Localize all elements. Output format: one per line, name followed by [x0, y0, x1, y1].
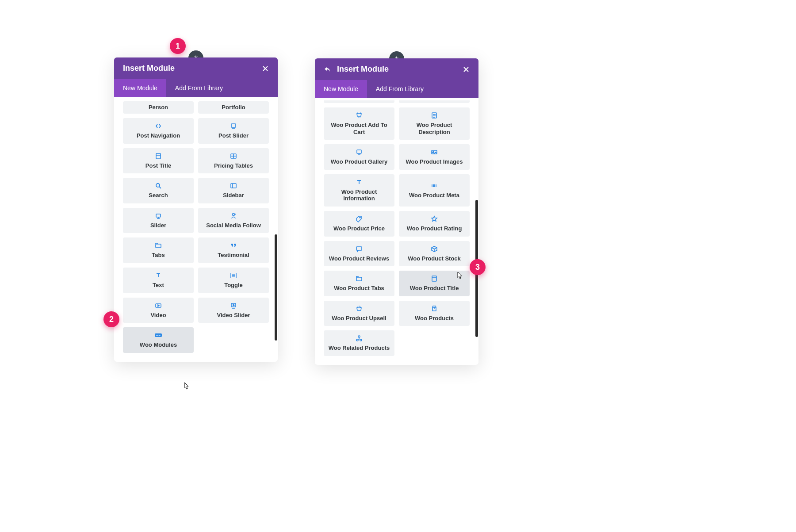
module-pricing-tables[interactable]: Pricing Tables	[198, 148, 269, 174]
module-post-title[interactable]: Post Title	[123, 148, 194, 174]
module-toggle[interactable]: Toggle	[198, 268, 269, 293]
insert-module-panel-left: Insert Module New Module Add From Librar…	[114, 57, 278, 362]
module-woo-product-add-to-cart[interactable]: Woo Product Add To Cart	[324, 107, 394, 140]
reviews-icon	[356, 245, 363, 253]
module-label: Woo Product Description	[402, 122, 467, 135]
price-icon	[356, 215, 363, 222]
panel-header: Insert Module New Module Add From Librar…	[114, 57, 278, 97]
module-woo-product-images[interactable]: Woo Product Images	[399, 144, 470, 170]
scrollbar[interactable]	[275, 234, 277, 341]
tab-new-module[interactable]: New Module	[114, 79, 166, 97]
module-label: Woo Products	[415, 315, 454, 322]
module-label: Person	[149, 104, 168, 111]
module-social-media-follow[interactable]: Social Media Follow	[198, 208, 269, 233]
module-portfolio[interactable]: Portfolio	[198, 101, 269, 114]
quote-icon	[230, 242, 237, 249]
tabs: New Module Add From Library	[114, 79, 278, 97]
module-woo-related-products[interactable]: Woo Related Products	[324, 330, 394, 356]
module-woo-product-title[interactable]: Woo Product Title	[399, 271, 470, 296]
products-icon	[431, 305, 438, 312]
module-label: Woo Product Add To Cart	[326, 122, 392, 135]
module-label: Woo Product Images	[406, 158, 463, 165]
module-post-slider[interactable]: Post Slider	[198, 118, 269, 144]
module-post-navigation[interactable]: Post Navigation	[123, 118, 194, 144]
module-text[interactable]: Text	[123, 268, 194, 293]
gallery-icon	[356, 149, 363, 156]
svg-point-3	[156, 184, 160, 187]
close-button[interactable]	[262, 65, 269, 72]
module-label: Woo Product Rating	[407, 225, 462, 232]
social-icon	[230, 212, 237, 219]
close-button[interactable]	[463, 66, 470, 73]
module-woo-product-gallery[interactable]: Woo Product Gallery	[324, 144, 394, 170]
svg-rect-0	[231, 124, 236, 127]
svg-rect-4	[231, 184, 236, 188]
rating-icon	[431, 215, 438, 222]
module-label: Testimonial	[218, 252, 249, 259]
module-woo-product-upsell[interactable]: Woo Product Upsell	[324, 301, 394, 326]
module-woo-product-tabs[interactable]: Woo Product Tabs	[324, 271, 394, 296]
video-slider-icon	[230, 302, 237, 309]
text-icon	[155, 272, 162, 279]
module-label: Woo Product Stock	[408, 255, 461, 262]
module-label: Woo Product Price	[333, 225, 385, 232]
module-woo-product-meta[interactable]: Woo Product Meta	[399, 174, 470, 207]
module-woo-product-description[interactable]: Woo Product Description	[399, 107, 470, 140]
module-label: Woo Related Products	[329, 344, 390, 352]
info-icon	[356, 179, 363, 186]
nav-icon	[155, 122, 162, 130]
module-grid: Woo Product Add To CartWoo Product Descr…	[315, 98, 478, 365]
module-tabs[interactable]: Tabs	[123, 237, 194, 263]
tabs-icon	[155, 242, 162, 249]
module-label: Post Title	[145, 162, 171, 169]
svg-point-20	[358, 336, 360, 337]
tab-new-module[interactable]: New Module	[315, 80, 367, 98]
module-woo-product-reviews[interactable]: Woo Product Reviews	[324, 241, 394, 267]
module-woo-product-price[interactable]: Woo Product Price	[324, 211, 394, 237]
cursor-icon	[183, 382, 190, 391]
module-label: Woo Product Tabs	[334, 285, 384, 292]
insert-module-panel-right: Insert Module New Module Add From Librar…	[315, 58, 478, 365]
module-label: Woo Product Information	[326, 188, 392, 202]
module-testimonial[interactable]: Testimonial	[198, 237, 269, 263]
module-search[interactable]: Search	[123, 178, 194, 203]
back-button[interactable]	[324, 66, 331, 73]
module-sidebar[interactable]: Sidebar	[198, 178, 269, 203]
module-video[interactable]: Video	[123, 298, 194, 323]
video-icon	[155, 302, 162, 309]
module-woo-product-information[interactable]: Woo Product Information	[324, 174, 394, 207]
module-person[interactable]: Person	[123, 101, 194, 114]
svg-point-6	[233, 213, 235, 215]
module-woo-product-rating[interactable]: Woo Product Rating	[399, 211, 470, 237]
svg-rect-7	[156, 244, 161, 248]
module-woo-modules[interactable]: wooWoo Modules	[123, 327, 194, 353]
module-label: Slider	[150, 222, 166, 229]
module-slider[interactable]: Slider	[123, 208, 194, 233]
module-label: Woo Product Meta	[409, 192, 459, 199]
svg-rect-5	[156, 214, 161, 217]
panel-title: Insert Module	[337, 65, 456, 74]
tab-add-from-library[interactable]: Add From Library	[166, 79, 232, 97]
module-label: Toggle	[224, 282, 243, 289]
annotation-marker-3: 3	[470, 259, 486, 275]
panel-header: Insert Module New Module Add From Librar…	[315, 58, 478, 98]
tab-add-from-library[interactable]: Add From Library	[367, 80, 432, 98]
module-woo-products[interactable]: Woo Products	[399, 301, 470, 326]
module-partial	[324, 100, 394, 103]
meta-icon	[431, 182, 438, 189]
module-label: Woo Product Gallery	[331, 158, 387, 165]
module-label: Post Slider	[218, 132, 249, 139]
table-icon	[230, 153, 237, 160]
module-label: Woo Product Upsell	[332, 315, 386, 322]
upsell-icon	[356, 305, 363, 312]
ptitle-icon	[431, 275, 438, 282]
tabs: New Module Add From Library	[315, 80, 478, 98]
svg-rect-1	[156, 153, 161, 159]
module-label: Video	[150, 312, 166, 319]
module-label: Social Media Follow	[206, 222, 261, 229]
module-woo-product-stock[interactable]: Woo Product Stock	[399, 241, 470, 267]
annotation-marker-1: 1	[170, 38, 186, 54]
module-label: Woo Modules	[140, 341, 177, 348]
module-video-slider[interactable]: Video Slider	[198, 298, 269, 323]
desc-icon	[431, 112, 438, 119]
